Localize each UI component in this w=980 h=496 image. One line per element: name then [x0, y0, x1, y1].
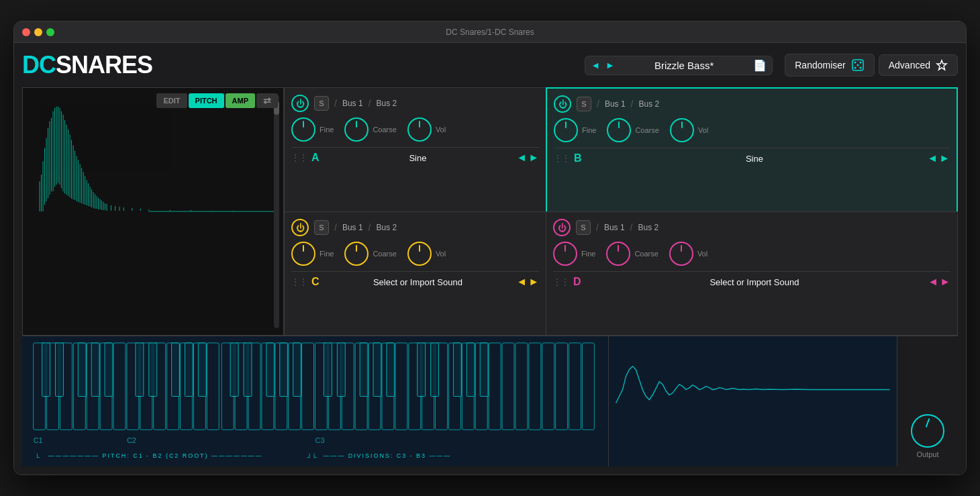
preset-navigator: ◄ ► Brizzle Bass* 📄 — [585, 56, 773, 75]
advanced-button[interactable]: Advanced — [879, 54, 958, 76]
module-a-solo[interactable]: S — [314, 96, 329, 111]
module-c-next[interactable]: ► — [528, 276, 539, 288]
module-c: ⏻ S / Bus 1 / Bus 2 Fine Coarse Vol ⋮⋮ — [284, 211, 546, 336]
main-window: DC Snares/1-DC Snares DCSNARES ◄ ► Brizz… — [13, 21, 967, 475]
svg-rect-103 — [55, 343, 63, 397]
randomiser-button[interactable]: Randomiser — [785, 54, 874, 77]
module-d-next[interactable]: ► — [940, 276, 950, 288]
svg-rect-109 — [172, 343, 180, 397]
module-b-solo[interactable]: S — [577, 97, 591, 111]
module-c-drag[interactable]: ⋮⋮ — [291, 277, 307, 287]
module-a-prev[interactable]: ◄ — [516, 152, 527, 164]
pitch-button[interactable]: PITCH — [189, 93, 224, 108]
waveform-panel: EDIT PITCH AMP ⇄ — [22, 87, 284, 336]
module-c-sound-name: Select or Import Sound — [324, 277, 513, 287]
module-b-prev[interactable]: ◄ — [927, 152, 938, 164]
module-b-vol-knob[interactable] — [670, 118, 694, 142]
module-c-coarse-knob[interactable] — [344, 242, 369, 266]
amp-button[interactable]: AMP — [226, 93, 255, 108]
edit-button[interactable]: EDIT — [156, 93, 187, 108]
module-c-vol-knob[interactable] — [407, 242, 432, 266]
svg-text:——— DIVISIONS: C3 - B3 ———: ——— DIVISIONS: C3 - B3 ——— — [323, 452, 451, 459]
module-a-coarse-knob[interactable] — [344, 117, 369, 142]
module-d-coarse-label: Coarse — [634, 250, 658, 258]
svg-rect-96 — [516, 343, 528, 430]
logo: DCSNARES — [22, 51, 152, 79]
module-c-prev[interactable]: ◄ — [516, 276, 527, 288]
svg-rect-120 — [373, 343, 381, 397]
module-c-solo[interactable]: S — [314, 220, 329, 235]
svg-rect-126 — [480, 343, 488, 397]
swap-button[interactable]: ⇄ — [256, 93, 278, 108]
close-dot[interactable] — [22, 28, 30, 36]
module-c-fine-knob[interactable] — [291, 242, 315, 266]
svg-rect-107 — [136, 343, 144, 397]
svg-rect-117 — [324, 343, 332, 397]
module-a-bus1: Bus 1 — [342, 99, 363, 108]
module-d-knobs: Fine Coarse Vol — [553, 242, 950, 266]
scrollbar[interactable] — [274, 95, 279, 328]
output-section: Output — [897, 336, 958, 466]
module-d-fine-label: Fine — [581, 250, 595, 258]
module-d-fine-knob[interactable] — [553, 242, 577, 266]
preset-name: Brizzle Bass* — [620, 60, 748, 71]
module-a-drag[interactable]: ⋮⋮ — [291, 153, 307, 162]
module-a-fine-knob[interactable] — [291, 117, 315, 142]
module-b-coarse-label: Coarse — [635, 126, 658, 134]
svg-point-2 — [859, 62, 861, 64]
module-c-power[interactable]: ⏻ — [291, 219, 309, 236]
window-title: DC Snares/1-DC Snares — [446, 28, 534, 37]
svg-rect-121 — [387, 343, 395, 397]
module-a-coarse-label: Coarse — [373, 126, 396, 134]
module-a-next[interactable]: ► — [528, 152, 539, 164]
preset-next-button[interactable]: ► — [605, 60, 615, 70]
module-b-next[interactable]: ► — [939, 152, 950, 164]
module-b-knobs: Fine Coarse Vol — [554, 118, 950, 142]
module-b-drag[interactable]: ⋮⋮ — [554, 154, 570, 163]
svg-rect-98 — [542, 343, 554, 430]
module-c-header: ⏻ S / Bus 1 / Bus 2 — [291, 219, 539, 236]
module-b-fine-knob[interactable] — [554, 118, 578, 142]
maximize-dot[interactable] — [46, 28, 54, 36]
module-d-drag[interactable]: ⋮⋮ — [553, 277, 569, 287]
module-a-power[interactable]: ⏻ — [291, 95, 309, 112]
preset-prev-button[interactable]: ◄ — [591, 60, 600, 70]
svg-rect-100 — [569, 343, 581, 430]
module-b-coarse-knob[interactable] — [607, 118, 631, 142]
svg-rect-124 — [453, 343, 461, 397]
c2-label: C2 — [127, 436, 136, 444]
dice-icon — [851, 58, 865, 72]
module-d-solo[interactable]: S — [576, 220, 591, 235]
module-d-coarse-knob[interactable] — [606, 242, 630, 266]
module-c-letter: C — [311, 276, 320, 288]
svg-point-5 — [859, 67, 861, 69]
module-a-vol-knob[interactable] — [407, 117, 432, 142]
module-b-power[interactable]: ⏻ — [554, 95, 571, 113]
module-b-bus1: Bus 1 — [605, 99, 626, 109]
piano-section[interactable]: C1 C2 C3 └ ——————— PITCH: C1 - B2 (C2 RO… — [22, 336, 609, 466]
minimize-dot[interactable] — [34, 28, 42, 36]
window-controls — [22, 28, 54, 36]
svg-rect-73 — [207, 343, 219, 430]
module-c-bus2: Bus 2 — [376, 223, 397, 232]
module-d-slash2: / — [630, 222, 633, 233]
module-b-letter: B — [574, 152, 582, 164]
output-knob[interactable] — [911, 414, 944, 448]
module-c-slash2: / — [369, 222, 371, 233]
svg-rect-80 — [395, 343, 407, 430]
module-b-sound-name: Sine — [586, 154, 924, 164]
module-d-header: ⏻ S / Bus 1 / Bus 2 — [553, 219, 950, 236]
module-b-bus2: Bus 2 — [638, 99, 659, 109]
module-d-prev[interactable]: ◄ — [928, 276, 938, 288]
module-d-vol-knob[interactable] — [669, 242, 693, 266]
module-d-power[interactable]: ⏻ — [553, 219, 571, 236]
module-b-footer: ⋮⋮ B Sine ◄ ► — [554, 148, 950, 164]
preset-file-icon[interactable]: 📄 — [753, 59, 767, 72]
main-waveform — [23, 88, 283, 335]
svg-rect-110 — [185, 343, 193, 397]
module-d-bus1: Bus 1 — [604, 223, 625, 232]
svg-rect-111 — [198, 343, 206, 397]
svg-rect-125 — [467, 343, 475, 397]
bottom-section: C1 C2 C3 └ ——————— PITCH: C1 - B2 (C2 RO… — [22, 336, 958, 466]
module-c-knobs: Fine Coarse Vol — [291, 242, 539, 266]
